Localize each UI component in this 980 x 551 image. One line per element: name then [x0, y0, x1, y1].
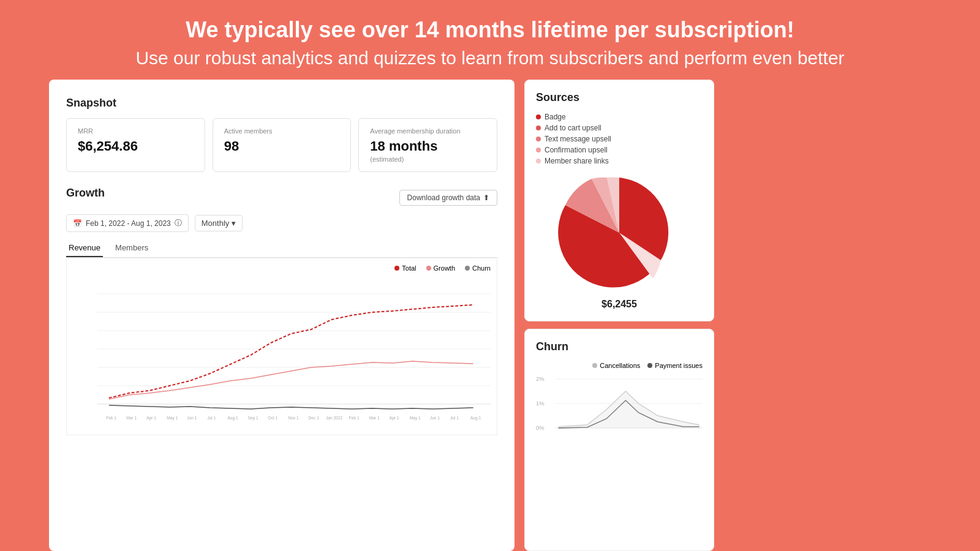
sources-box: Sources Badge Add to cart upsell Text me…: [524, 80, 714, 321]
svg-text:Jun 1: Jun 1: [430, 416, 440, 420]
churn-legend: Cancellations Payment issues: [536, 362, 703, 369]
mrr-label: MRR: [78, 127, 194, 135]
date-filter-row: 📅 Feb 1, 2022 - Aug 1, 2023 ⓘ Monthly ▾: [66, 214, 497, 232]
source-text-label: Text message upsell: [545, 135, 611, 143]
sources-pie-chart: [558, 171, 680, 294]
header-line2: Use our robust analytics and quizzes to …: [135, 48, 844, 69]
svg-text:Aug 1: Aug 1: [227, 416, 238, 421]
calendar-icon: 📅: [73, 219, 82, 228]
snapshot-cards: MRR $6,254.86 Active members 98 Average …: [66, 118, 497, 172]
svg-text:Apr 1: Apr 1: [146, 416, 156, 421]
source-badge-label: Badge: [545, 113, 566, 121]
date-range-text: Feb 1, 2022 - Aug 1, 2023: [86, 219, 171, 228]
period-select[interactable]: Monthly ▾: [195, 215, 243, 231]
download-growth-button[interactable]: Download growth data ⬆: [399, 190, 497, 206]
churn-title: Churn: [536, 340, 703, 353]
tab-members[interactable]: Members: [113, 239, 151, 257]
chevron-down-icon: ▾: [232, 219, 236, 228]
sources-legend: Badge Add to cart upsell Text message up…: [536, 113, 703, 165]
header-section: We typically see over 14 months lifetime…: [111, 0, 869, 80]
active-members-value: 98: [224, 138, 340, 154]
right-panel: Sources Badge Add to cart upsell Text me…: [524, 80, 714, 551]
legend-total-label: Total: [402, 264, 416, 272]
svg-text:Feb 1: Feb 1: [349, 416, 360, 420]
avg-duration-label: Average membership duration: [370, 127, 486, 135]
churn-box: Churn Cancellations Payment issues: [524, 329, 714, 551]
svg-text:0%: 0%: [536, 425, 545, 431]
svg-text:May 1: May 1: [410, 416, 421, 421]
svg-text:Sep 1: Sep 1: [247, 416, 258, 421]
legend-growth: Growth: [426, 264, 455, 272]
growth-chart: Total Growth Churn: [66, 258, 497, 435]
source-share-label: Member share links: [545, 157, 609, 165]
svg-text:Nov 1: Nov 1: [288, 416, 299, 420]
chart-legend: Total Growth Churn: [97, 264, 491, 272]
mrr-card: MRR $6,254.86: [66, 118, 205, 172]
svg-text:Aug 1: Aug 1: [470, 416, 481, 421]
svg-text:Jul 1: Jul 1: [207, 416, 216, 420]
svg-text:Mar 1: Mar 1: [126, 416, 137, 420]
svg-text:1%: 1%: [536, 400, 545, 407]
avg-duration-sub: (estimated): [370, 156, 486, 163]
left-panel: Snapshot MRR $6,254.86 Active members 98…: [49, 80, 514, 551]
source-add-to-cart: Add to cart upsell: [536, 124, 703, 132]
download-icon: ⬆: [483, 193, 489, 202]
legend-churn-label: Churn: [472, 264, 491, 272]
header-line1: We typically see over 14 months lifetime…: [135, 17, 844, 43]
download-label: Download growth data: [407, 193, 480, 202]
tab-revenue[interactable]: Revenue: [66, 239, 103, 257]
cancellations-label: Cancellations: [600, 362, 640, 369]
churn-cancellations-legend: Cancellations: [592, 362, 640, 369]
svg-text:Jan 2022: Jan 2022: [326, 416, 342, 420]
svg-text:Jul 1: Jul 1: [450, 416, 459, 420]
svg-text:Oct 1: Oct 1: [268, 416, 278, 420]
svg-text:Dec 1: Dec 1: [309, 416, 319, 420]
growth-tabs: Revenue Members: [66, 239, 497, 258]
info-icon: ⓘ: [175, 218, 182, 228]
sources-title: Sources: [536, 91, 703, 104]
legend-growth-label: Growth: [434, 264, 455, 272]
source-text-message: Text message upsell: [536, 135, 703, 143]
source-share-links: Member share links: [536, 157, 703, 165]
avg-duration-value: 18 months: [370, 138, 486, 154]
churn-payment-legend: Payment issues: [647, 362, 703, 369]
period-label: Monthly: [202, 219, 230, 228]
source-cart-label: Add to cart upsell: [545, 124, 601, 132]
pie-container: $6,2455: [536, 171, 703, 310]
legend-total: Total: [394, 264, 416, 272]
svg-text:May 1: May 1: [167, 416, 178, 421]
churn-svg: 2% 1% 0%: [536, 373, 703, 440]
active-members-card: Active members 98: [213, 118, 352, 172]
growth-header: Growth Download growth data ⬆: [66, 187, 497, 208]
svg-text:Apr 1: Apr 1: [390, 416, 399, 421]
svg-text:Feb 1: Feb 1: [106, 416, 116, 420]
avg-duration-card: Average membership duration 18 months (e…: [358, 118, 497, 172]
mrr-value: $6,254.86: [78, 138, 194, 154]
svg-text:Jun 1: Jun 1: [187, 416, 197, 420]
source-confirmation: Confirmation upsell: [536, 146, 703, 154]
active-members-label: Active members: [224, 127, 340, 135]
growth-title: Growth: [66, 187, 105, 200]
date-range-filter[interactable]: 📅 Feb 1, 2022 - Aug 1, 2023 ⓘ: [66, 214, 189, 232]
svg-text:2%: 2%: [536, 376, 545, 382]
main-content: Snapshot MRR $6,254.86 Active members 98…: [0, 80, 980, 551]
growth-svg: $7,000.00 $6,000.00 $5,000.00 $4,000.00 …: [97, 276, 491, 422]
snapshot-title: Snapshot: [66, 97, 497, 110]
svg-text:Mar 1: Mar 1: [369, 416, 380, 420]
legend-churn: Churn: [465, 264, 491, 272]
source-badge: Badge: [536, 113, 703, 121]
churn-chart: 2% 1% 0%: [536, 373, 703, 446]
source-confirmation-label: Confirmation upsell: [545, 146, 608, 154]
payment-issues-label: Payment issues: [655, 362, 703, 369]
sources-total: $6,2455: [601, 299, 637, 310]
